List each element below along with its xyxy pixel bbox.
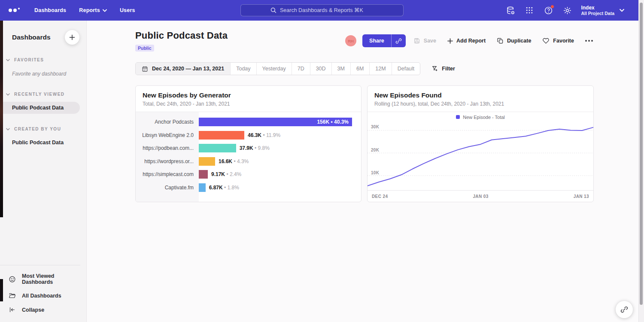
add-report-button[interactable]: Add Report xyxy=(447,38,486,44)
data-sources-icon[interactable] xyxy=(505,5,516,15)
nav-item-label: Users xyxy=(120,7,135,13)
share-split-button: Share xyxy=(362,34,406,47)
bar-chart: Anchor Podcasts 156K • 40.3% Libsyn WebE… xyxy=(136,112,361,202)
link-icon xyxy=(395,38,402,44)
bar-value-label: 6.87K • 1.8% xyxy=(209,185,239,191)
collapse-sidebar-button[interactable]: Collapse xyxy=(0,303,80,317)
sidebar-section-favorites[interactable]: FAVORITES xyxy=(0,58,86,62)
chart-card-new-episodes-by-generator: New Episodes by Generator Total, Dec 24t… xyxy=(135,85,361,202)
chevron-down-icon xyxy=(6,59,10,61)
sidebar-section-recently-viewed[interactable]: RECENTLY VIEWED xyxy=(0,92,86,97)
chevron-down-icon xyxy=(6,93,10,96)
chart-card-new-episodes-found: New Episodes Found Rolling (12 hours), t… xyxy=(367,85,594,202)
dashboard-toolbar: RH Share Save Add Report Dupl xyxy=(345,34,594,47)
calendar-icon xyxy=(142,66,148,72)
sidebar-title: Dashboards xyxy=(12,33,51,41)
search-input[interactable] xyxy=(280,7,374,13)
bar[interactable]: 156K • 40.3% xyxy=(199,118,352,126)
title-block: Public Podcast Data Public xyxy=(135,30,228,52)
preset-3m[interactable]: 3M xyxy=(331,63,350,75)
help-icon[interactable] xyxy=(543,5,553,15)
top-nav: Dashboards Reports Users Index All Proje… xyxy=(0,0,644,21)
bar-value-label: 16.6K • 4.3% xyxy=(219,158,249,164)
bar[interactable] xyxy=(199,144,236,152)
section-label: FAVORITES xyxy=(14,58,44,62)
plus-icon xyxy=(69,34,75,40)
bar-category-label: Captivate.fm xyxy=(136,185,199,191)
share-button[interactable]: Share xyxy=(362,34,391,47)
x-axis: DEC 24 JAN 03 JAN 13 xyxy=(368,190,593,202)
date-range-picker[interactable]: Dec 24, 2020 — Jan 13, 2021 xyxy=(136,63,230,75)
sidebar-footer: Most Viewed Dashboards All Dashboards Co… xyxy=(0,265,80,317)
preset-7d[interactable]: 7D xyxy=(292,63,310,75)
sidebar-section-created-by-you[interactable]: CREATED BY YOU xyxy=(0,127,86,131)
preset-12m[interactable]: 12M xyxy=(369,63,391,75)
duplicate-button[interactable]: Duplicate xyxy=(497,37,531,44)
nav-item-dashboards[interactable]: Dashboards xyxy=(34,7,66,13)
floating-link-button[interactable] xyxy=(616,301,633,318)
more-actions-button[interactable] xyxy=(584,38,594,43)
chart-title: New Episodes Found xyxy=(374,91,586,99)
bar-row: Captivate.fm 6.87K • 1.8% xyxy=(136,181,361,194)
save-floppy-icon xyxy=(413,37,420,44)
bar[interactable] xyxy=(199,157,215,166)
page-title: Public Podcast Data xyxy=(135,30,228,41)
bar[interactable] xyxy=(199,183,206,192)
bar-value-label: 46.3K • 11.9% xyxy=(248,132,280,138)
y-axis-label: 10K xyxy=(371,170,379,175)
heart-icon xyxy=(542,37,550,44)
search-icon xyxy=(270,7,276,13)
date-range-text: Dec 24, 2020 — Jan 13, 2021 xyxy=(152,66,224,72)
nav-menu: Dashboards Reports Users xyxy=(34,7,135,13)
preset-today[interactable]: Today xyxy=(230,63,256,75)
all-dashboards-button[interactable]: All Dashboards xyxy=(0,289,80,303)
chartio-logo-icon[interactable] xyxy=(9,9,20,12)
y-axis-label: 20K xyxy=(371,148,379,152)
chevron-down-icon xyxy=(6,128,10,131)
favorite-button[interactable]: Favorite xyxy=(542,37,574,44)
save-button[interactable]: Save xyxy=(413,37,436,44)
bar-value-label: 37.9K • 9.8% xyxy=(240,145,270,151)
project-switcher[interactable]: Index All Project Data xyxy=(581,5,624,16)
nav-item-users[interactable]: Users xyxy=(120,7,135,13)
bar[interactable] xyxy=(199,170,208,179)
footer-item-label: Collapse xyxy=(22,307,44,313)
duplicate-copy-icon xyxy=(497,37,504,44)
preset-6m[interactable]: 6M xyxy=(350,63,369,75)
footer-item-label: All Dashboards xyxy=(22,293,61,299)
global-search[interactable] xyxy=(240,4,404,16)
filter-button[interactable]: Filter xyxy=(431,65,455,72)
chart-subtitle: Total, Dec 24th, 2020 - Jan 13th, 2021 xyxy=(143,101,354,107)
add-dashboard-button[interactable] xyxy=(65,30,79,45)
settings-gear-icon[interactable] xyxy=(562,5,572,15)
desktop-background-strip xyxy=(0,279,3,301)
scrollbar-thumb[interactable] xyxy=(640,3,643,305)
avatar[interactable]: RH xyxy=(345,35,356,46)
chevron-down-icon xyxy=(103,9,107,12)
preset-default[interactable]: Default xyxy=(392,63,420,75)
date-range-control: Dec 24, 2020 — Jan 13, 2021 Today Yester… xyxy=(135,62,420,75)
bar-row: https://simplecast.com 9.17K • 2.4% xyxy=(136,168,361,181)
filter-funnel-icon xyxy=(431,65,438,72)
bar-row: https://podbean.com... 37.9K • 9.8% xyxy=(136,142,361,155)
share-link-button[interactable] xyxy=(391,34,406,47)
sidebar-item-public-podcast-data[interactable]: Public Podcast Data xyxy=(0,137,86,149)
smiley-icon xyxy=(9,276,16,283)
apps-grid-icon[interactable] xyxy=(524,5,535,15)
chart-subtitle: Rolling (12 hours), total, Dec 24th, 202… xyxy=(374,101,586,107)
sidebar-item-public-podcast-data[interactable]: Public Podcast Data xyxy=(0,102,80,114)
y-axis-label: 30K xyxy=(371,125,379,129)
line-chart-plot[interactable]: 10K20K30K xyxy=(368,122,593,190)
nav-item-reports[interactable]: Reports xyxy=(79,7,107,13)
legend-swatch xyxy=(456,115,460,119)
preset-30d[interactable]: 30D xyxy=(310,63,331,75)
main-content: Public Podcast Data Public RH Share Save xyxy=(87,21,644,322)
preset-yesterday[interactable]: Yesterday xyxy=(256,63,292,75)
bar-value-label: 156K • 40.3% xyxy=(317,118,349,126)
nav-right-cluster: Index All Project Data xyxy=(505,5,624,16)
bar-row: Libsyn WebEngine 2.0 46.3K • 11.9% xyxy=(136,129,361,142)
desktop-background-strip xyxy=(0,21,3,217)
bar[interactable] xyxy=(199,131,244,140)
most-viewed-dashboards-button[interactable]: Most Viewed Dashboards xyxy=(0,270,80,289)
bar-category-label: Libsyn WebEngine 2.0 xyxy=(136,132,199,138)
